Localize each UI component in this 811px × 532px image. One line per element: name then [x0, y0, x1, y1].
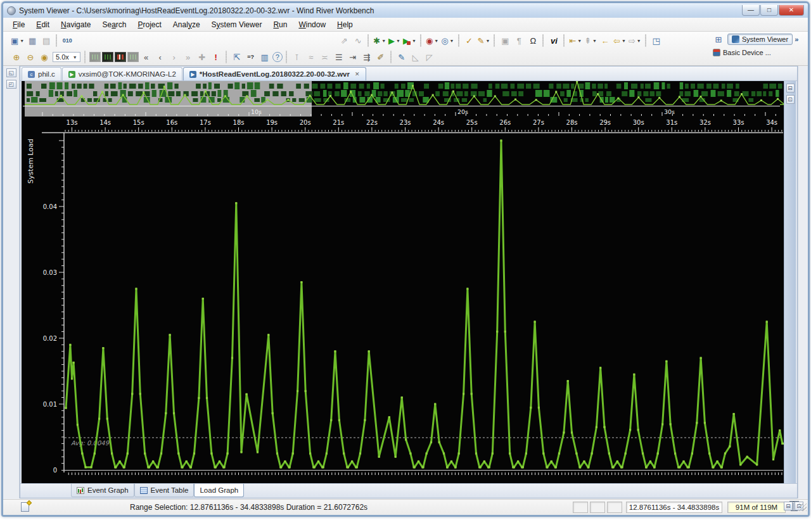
gnu-tools-button[interactable]: Ω [527, 34, 539, 47]
basic-device-perspective-icon [713, 49, 720, 56]
menu-navigate[interactable]: Navigate [55, 19, 96, 30]
perspective-basic-device[interactable]: Basic Device ... [723, 49, 771, 56]
close-button[interactable]: ✕ [779, 5, 804, 16]
export-graph-button[interactable]: ⇱ [231, 51, 243, 63]
back-history-button[interactable]: ⇦▼ [613, 34, 627, 47]
compare-logs-button[interactable]: =? [245, 51, 257, 63]
chevron-down-icon: ▼ [434, 39, 438, 43]
run-button[interactable]: ▶▼ [388, 34, 401, 47]
clear-all-annotations-button[interactable]: ◸ [423, 51, 436, 63]
wave-density-button[interactable]: ≈ [305, 51, 317, 63]
highlight-button[interactable]: ✐ [374, 51, 387, 63]
tab-vxsim0[interactable]: ▶vxsim0@TOK-KMORINAG-L2 [62, 67, 182, 80]
last-edit-location-button[interactable]: ⇤▼ [568, 34, 582, 47]
menu-file[interactable]: File [7, 19, 30, 30]
row-list-button[interactable]: ☰ [333, 51, 345, 63]
zoom-in-button[interactable]: ⊕ [10, 51, 23, 63]
toolbar-separator [563, 34, 565, 47]
svg-text:22s: 22s [366, 119, 378, 126]
maximize-button[interactable]: □ [760, 5, 778, 16]
tab-load-graph[interactable]: Load Graph [194, 484, 244, 497]
pin-editor-button[interactable]: ◳ [650, 34, 663, 47]
previous-event-button[interactable]: ‹ [154, 51, 167, 63]
run-last-tool-button[interactable]: ✓ [463, 34, 476, 47]
last-event-button[interactable]: » [182, 51, 195, 63]
toolbar-separator [286, 51, 287, 63]
event-color-button[interactable] [102, 52, 113, 62]
first-event-button[interactable]: « [140, 51, 153, 63]
center-timeline-button[interactable]: ✚ [196, 51, 208, 63]
previous-annotation-button[interactable]: ⇞▼ [584, 34, 597, 47]
menu-analyze[interactable]: Analyze [167, 19, 206, 30]
event-graph-style-button[interactable] [89, 52, 101, 62]
tab-event-graph[interactable]: Event Graph [71, 484, 134, 497]
tab-hostreadeventlog[interactable]: ▶*HostReadEventLog.20180322.20-00-32.wvr… [183, 67, 366, 80]
open-perspective-icon[interactable]: ⊞ [712, 33, 725, 46]
restore-pane-bottom-icon[interactable]: ⊟ [784, 502, 793, 510]
fast-view-icon[interactable]: ◰ [6, 80, 16, 89]
menu-system-viewer[interactable]: System Viewer [206, 19, 268, 30]
svg-text:20s: 20s [300, 119, 311, 126]
menu-project[interactable]: Project [132, 19, 167, 30]
timescale-button[interactable]: ⊺ [291, 51, 303, 63]
menu-run[interactable]: Run [267, 19, 293, 30]
perspective-overflow-chevron[interactable]: » [795, 35, 798, 43]
zoom-level-select[interactable]: 5.0x▼ [53, 52, 80, 62]
event-legend-button[interactable] [127, 52, 139, 62]
external-tools-button[interactable]: ✱▼ [373, 34, 386, 47]
print-button[interactable]: ▤ [40, 34, 53, 47]
clear-annotation-button[interactable]: ◺ [409, 51, 422, 63]
maximize-pane-icon[interactable]: ⊡ [786, 95, 795, 104]
titlebar[interactable]: System Viewer - C:\Users\kmorinag\HostRe… [3, 3, 808, 18]
restore-view-icon[interactable]: ◱ [6, 68, 16, 77]
profile-tool-button[interactable]: ✎▼ [477, 34, 491, 47]
app-icon [7, 6, 16, 15]
text-events-button[interactable]: ≍ [319, 51, 331, 63]
resize-grip[interactable] [799, 504, 807, 511]
sync-views-button[interactable]: ⇶ [361, 51, 373, 63]
back-button[interactable]: ← [599, 34, 611, 47]
show-whitespace-button[interactable]: ▣ [499, 34, 511, 47]
svg-text:31s: 31s [666, 119, 677, 126]
svg-text:0: 0 [53, 467, 57, 474]
minimize-pane-icon[interactable]: ⊟ [786, 84, 795, 92]
menu-window[interactable]: Window [293, 19, 331, 30]
binary-trace-button[interactable]: 010 [61, 34, 73, 47]
inspect-target-button[interactable]: ◎▼ [440, 34, 454, 47]
vi-mode-button[interactable]: vi [547, 34, 560, 47]
svg-text:16s: 16s [166, 119, 177, 126]
menu-edit[interactable]: Edit [30, 19, 55, 30]
debug-target-button[interactable]: ◉▼ [425, 34, 439, 47]
system-viewer-perspective-icon [732, 35, 739, 43]
forward-button[interactable]: ⇨▼ [628, 34, 642, 47]
new-wizard-button[interactable]: ▣▼ [10, 34, 25, 47]
align-rows-button[interactable]: ⇥ [347, 51, 359, 63]
save-button[interactable]: ▦ [26, 34, 39, 47]
zoom-out-button[interactable]: ⊖ [24, 51, 37, 63]
minimize-button[interactable]: — [742, 5, 760, 16]
chevron-down-icon: ▼ [577, 39, 582, 43]
next-event-button[interactable]: › [168, 51, 181, 63]
menu-help[interactable]: Help [331, 19, 359, 30]
tab-event-table[interactable]: Event Table [134, 484, 195, 497]
toolbar: ▣▼▦▤010⇗∿✱▼▶▼▶▼◉▼◎▼✓✎▼▣¶Ωvi⇤▼⇞▼←⇦▼⇨▼◳ ⊕⊖… [3, 32, 808, 66]
svg-text:15s: 15s [133, 119, 144, 126]
disconnect-button[interactable]: ∿ [352, 34, 364, 47]
statistics-button[interactable]: ▥ [259, 51, 271, 63]
event-marker-button[interactable]: ! [210, 51, 222, 63]
load-graph-canvas[interactable]: 10s20s30s13s14s15s16s17s18s19s20s21s22s2… [22, 81, 784, 483]
load-graph-view[interactable]: 10s20s30s13s14s15s16s17s18s19s20s21s22s2… [22, 81, 784, 483]
annotate-button[interactable]: ✎ [395, 51, 408, 63]
perspective-system-viewer[interactable]: System Viewer [727, 34, 793, 45]
show-paragraph-button[interactable]: ¶ [513, 34, 525, 47]
chevron-down-icon: ▼ [412, 39, 416, 43]
close-tab-icon[interactable]: ✕ [355, 71, 360, 77]
event-filter-button[interactable] [115, 52, 126, 62]
c-file-icon: c [28, 71, 35, 78]
attach-debugger-button[interactable]: ⇗ [338, 34, 350, 47]
tab-phil-c[interactable]: cphil.c [22, 67, 61, 80]
menu-search[interactable]: Search [96, 19, 132, 30]
zoom-reset-button[interactable]: ◉ [38, 51, 51, 63]
help-button[interactable]: ? [272, 52, 283, 62]
debug-run-button[interactable]: ▶▼ [402, 34, 417, 47]
